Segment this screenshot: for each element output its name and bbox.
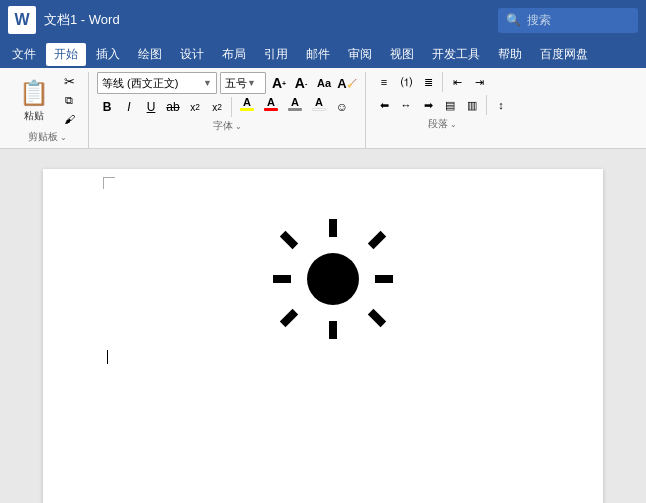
italic-button[interactable]: I [119, 97, 139, 117]
decrease-indent-button[interactable]: ⇤ [447, 72, 467, 92]
sun-symbol [273, 219, 393, 339]
distributed-button[interactable]: ▥ [462, 95, 482, 115]
menu-bar: 文件 开始 插入 绘图 设计 布局 引用 邮件 审阅 视图 开发工具 帮助 百度… [0, 40, 646, 68]
menu-item-mailings[interactable]: 邮件 [298, 43, 338, 66]
highlight-color-swatch [240, 108, 254, 111]
superscript-button[interactable]: x2 [207, 97, 227, 117]
menu-item-baidu[interactable]: 百度网盘 [532, 43, 596, 66]
document-content[interactable] [43, 169, 603, 394]
menu-item-draw[interactable]: 绘图 [130, 43, 170, 66]
align-left-button[interactable]: ⬅ [374, 95, 394, 115]
font-group-row1: 等线 (西文正文) ▼ 五号 ▼ A+ A- Aa A 🧹 [97, 72, 357, 94]
format-painter-icon: 🖌 [64, 113, 75, 125]
search-box[interactable]: 🔍 搜索 [498, 8, 638, 33]
ribbon-group-paragraph: ≡ ⑴ ≣ ⇤ ⇥ ⬅ ↔ ➡ ▤ ▥ ↕ 段落 ⌄ [366, 72, 519, 148]
align-right-button[interactable]: ➡ [418, 95, 438, 115]
clear-formatting-button[interactable]: A 🧹 [337, 73, 357, 93]
strikethrough-button[interactable]: ab [163, 97, 183, 117]
document-area[interactable] [0, 149, 646, 503]
ray-left [273, 275, 291, 283]
ray-bottom-right [368, 309, 386, 327]
format-painter-button[interactable]: 🖌 [58, 110, 80, 128]
clipboard-small-buttons: ✂ ⧉ 🖌 [58, 72, 80, 128]
font-size-selector[interactable]: 五号 ▼ [220, 72, 266, 94]
ray-bottom [329, 321, 337, 339]
multilevel-list-button[interactable]: ≣ [418, 72, 438, 92]
font-size-buttons: A+ A- [269, 73, 311, 93]
menu-item-layout[interactable]: 布局 [214, 43, 254, 66]
para-expand-icon[interactable]: ⌄ [450, 120, 457, 129]
menu-item-review[interactable]: 审阅 [340, 43, 380, 66]
text-color-swatch2 [288, 108, 302, 111]
text-color-swatch [264, 108, 278, 111]
cut-icon: ✂ [64, 74, 75, 89]
ray-top-right [368, 231, 386, 249]
menu-item-help[interactable]: 帮助 [490, 43, 530, 66]
clipboard-group-content: 📋 粘贴 ✂ ⧉ 🖌 [14, 72, 80, 128]
text-color-icon: A [291, 97, 299, 108]
numbering-button[interactable]: ⑴ [396, 72, 416, 92]
copy-button[interactable]: ⧉ [58, 91, 80, 109]
menu-item-home[interactable]: 开始 [46, 43, 86, 66]
bullets-button[interactable]: ≡ [374, 72, 394, 92]
text-color-button[interactable]: A [284, 97, 306, 117]
ray-bottom-left [280, 309, 298, 327]
font-size-arrow-icon: ▼ [247, 78, 256, 88]
para-divider2 [486, 95, 487, 115]
window-title: 文档1 - Word [44, 11, 120, 29]
underline-button[interactable]: U [141, 97, 161, 117]
justify-button[interactable]: ▤ [440, 95, 460, 115]
cut-button[interactable]: ✂ [58, 72, 80, 90]
search-placeholder: 搜索 [527, 12, 551, 29]
text-cursor [107, 350, 108, 364]
ray-top-left [280, 231, 298, 249]
font-size-text: 五号 [225, 76, 247, 91]
sun-circle [307, 253, 359, 305]
clipboard-expand-icon[interactable]: ⌄ [60, 133, 67, 142]
page-corner-marker [103, 177, 115, 189]
ribbon-content: 📋 粘贴 ✂ ⧉ 🖌 剪贴板 ⌄ [6, 72, 640, 148]
font-family-text: 等线 (西文正文) [102, 76, 203, 91]
paste-button[interactable]: 📋 粘贴 [14, 75, 54, 125]
font-family-selector[interactable]: 等线 (西文正文) ▼ [97, 72, 217, 94]
clear-char-format-button[interactable]: A [308, 97, 330, 117]
highlight-button[interactable]: A [260, 97, 282, 117]
emoji-button[interactable]: ☺ [332, 97, 352, 117]
text-cursor-area [105, 349, 543, 364]
ribbon-group-clipboard: 📋 粘贴 ✂ ⧉ 🖌 剪贴板 ⌄ [6, 72, 89, 148]
font-divider [231, 97, 232, 117]
paragraph-label: 段落 ⌄ [374, 117, 511, 131]
decrease-font-button[interactable]: A- [291, 73, 311, 93]
ribbon: 📋 粘贴 ✂ ⧉ 🖌 剪贴板 ⌄ [0, 68, 646, 149]
clipboard-label: 剪贴板 ⌄ [14, 130, 80, 144]
subscript-button[interactable]: x2 [185, 97, 205, 117]
menu-item-developer[interactable]: 开发工具 [424, 43, 488, 66]
document-page[interactable] [43, 169, 603, 503]
menu-item-file[interactable]: 文件 [4, 43, 44, 66]
para-group-row2: ⬅ ↔ ➡ ▤ ▥ ↕ [374, 95, 511, 115]
change-case-button[interactable]: Aa [314, 73, 334, 93]
font-color-button[interactable]: A [236, 97, 258, 117]
font-expand-icon[interactable]: ⌄ [235, 122, 242, 131]
line-spacing-button[interactable]: ↕ [491, 95, 511, 115]
sun-symbol-container [123, 219, 543, 339]
menu-item-insert[interactable]: 插入 [88, 43, 128, 66]
highlight-icon: A [267, 97, 275, 108]
font-group-row2: B I U ab x2 x2 A A A [97, 97, 352, 117]
font-label: 字体 ⌄ [97, 119, 357, 133]
bold-button[interactable]: B [97, 97, 117, 117]
clear-swatch [312, 108, 326, 111]
increase-font-button[interactable]: A+ [269, 73, 289, 93]
align-center-button[interactable]: ↔ [396, 95, 416, 115]
menu-item-references[interactable]: 引用 [256, 43, 296, 66]
ray-right [375, 275, 393, 283]
menu-item-view[interactable]: 视图 [382, 43, 422, 66]
font-family-arrow-icon: ▼ [203, 78, 212, 88]
menu-item-design[interactable]: 设计 [172, 43, 212, 66]
paste-label: 粘贴 [24, 109, 44, 123]
clear-format-icon: A [337, 76, 346, 91]
clear-char-icon: A [315, 97, 323, 108]
paste-icon: 📋 [18, 77, 50, 109]
increase-indent-button[interactable]: ⇥ [469, 72, 489, 92]
title-bar-left: W 文档1 - Word [8, 6, 120, 34]
